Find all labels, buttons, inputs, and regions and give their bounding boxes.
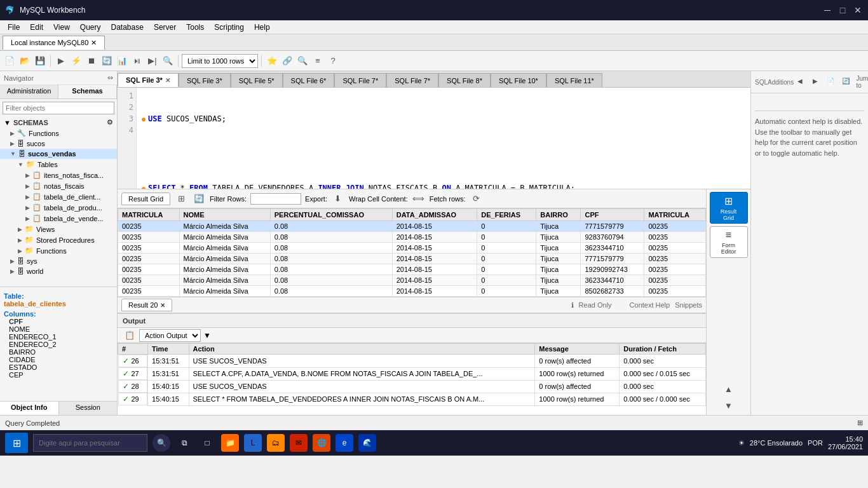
table-row[interactable]: 00235Márcio Almeida Silva0.082014-08-150… [118,286,706,297]
sql-tab-5[interactable]: SQL File 7* [386,73,438,87]
fetch-btn[interactable]: ⟳ [470,192,484,206]
administration-tab[interactable]: Administration [0,85,58,98]
tree-item-sucos-vendas[interactable]: ▼ 🗄 sucos_vendas [0,149,117,159]
code-editor[interactable]: 1 2 3 4 ●USE SUCOS_VENDAS; ●SELECT * FRO… [118,88,750,189]
maximize-button[interactable]: □ [837,5,848,15]
list-item[interactable]: ✓ 2615:31:51USE SUCOS_VENDAS0 row(s) aff… [118,355,706,368]
connection-tab[interactable]: Local instance MySQL80 ✕ [3,36,105,50]
close-button[interactable]: ✕ [853,5,863,15]
menu-item-view[interactable]: View [48,22,75,33]
tree-item-stored-procs[interactable]: ▶ 📁 Stored Procedures [0,234,117,245]
menu-item-file[interactable]: File [3,22,25,33]
filter-input[interactable] [250,193,301,205]
sql-tab-1[interactable]: SQL File 3* [179,73,231,87]
tree-item-views[interactable]: ▶ 📁 Views [0,224,117,234]
tree-item-notas[interactable]: ▶ 📋 notas_fiscais [0,180,117,191]
menu-item-database[interactable]: Database [106,22,149,33]
list-item[interactable]: ✓ 2915:40:15SELECT * FROM TABELA_DE_VEND… [118,393,706,405]
sql-tab-8[interactable]: SQL File 11* [546,73,602,87]
menu-item-query[interactable]: Query [75,22,106,33]
list-item[interactable]: ✓ 2815:40:15USE SUCOS_VENDAS0 row(s) aff… [118,380,706,393]
tree-item-sys[interactable]: ▶ 🗄 sys [0,256,117,266]
execute-all-button[interactable]: ⚡ [69,54,83,68]
result-grid-side-btn[interactable]: ⊞ ResultGrid [710,192,748,224]
minimize-button[interactable]: ─ [822,5,832,15]
refresh-button[interactable]: 🔄 [100,54,114,68]
context-btn[interactable]: 📄 [824,74,837,88]
taskbar-search[interactable] [33,434,147,452]
table-row[interactable]: 00235Márcio Almeida Silva0.082014-08-150… [118,275,706,286]
export-btn[interactable]: ⬇ [331,192,345,206]
output-icon-btn[interactable]: 📋 [123,329,137,342]
menu-item-server[interactable]: Server [149,22,181,33]
tree-item-vendedores[interactable]: ▶ 📋 tabela_de_vende... [0,213,117,224]
cursor-execute-button[interactable]: ⏯ [130,54,144,68]
menu-item-tools[interactable]: Tools [181,22,209,33]
find-button[interactable]: 🔍 [161,54,175,68]
search-input[interactable] [3,102,114,114]
sql-tab-4[interactable]: SQL File 7* [334,73,386,87]
bookmark-button[interactable]: ⭐ [265,54,279,68]
sql-tab-2[interactable]: SQL File 5* [231,73,283,87]
explain-button[interactable]: 📊 [115,54,129,68]
connection-tab-close[interactable]: ✕ [91,39,97,47]
schemas-icon[interactable]: ⚙ [107,118,113,126]
sql-tab-6[interactable]: SQL File 8* [438,73,491,87]
tree-item-produtos[interactable]: ▶ 📋 tabela_de_produ... [0,202,117,213]
app-icon-1[interactable]: 📁 [221,434,239,452]
result-20-tab[interactable]: Result 20 ✕ [121,299,172,311]
app-icon-5[interactable]: 🌐 [313,434,330,452]
nav-back-btn[interactable]: ◀ [794,74,806,88]
context-help-link[interactable]: Context Help [630,301,670,309]
nav-forward-btn[interactable]: ▶ [809,74,822,88]
start-button[interactable]: ⊞ [5,433,28,453]
table-row[interactable]: 00235Márcio Almeida Silva0.082014-08-150… [118,221,706,232]
execute-button[interactable]: ▶ [54,54,68,68]
limit-select[interactable]: Limit to 1000 rows [182,54,258,68]
format-button[interactable]: ≡ [311,54,325,68]
refresh-grid-btn[interactable]: 🔄 [192,192,206,206]
app-icon-6[interactable]: e [336,434,353,452]
execute-sel-button[interactable]: ▶| [146,54,159,68]
object-info-tab[interactable]: Object Info [0,402,59,415]
code-content[interactable]: ●USE SUCOS_VENDAS; ●SELECT * FROM TABELA… [137,88,750,189]
stop-button[interactable]: ⏹ [85,54,98,68]
tree-item-itens[interactable]: ▶ 📋 itens_notas_fisca... [0,170,117,180]
wrap-btn[interactable]: ⟺ [412,192,426,206]
taskview-btn[interactable]: ⧉ [175,434,193,452]
list-item[interactable]: ✓ 2715:31:51SELECT A.CPF, A.DATA_VENDA, … [118,367,706,380]
table-row[interactable]: 00235Márcio Almeida Silva0.082014-08-150… [118,254,706,264]
tree-item-tables[interactable]: ▼ 📁 Tables [0,159,117,170]
data-grid[interactable]: MATRICULA NOME PERCENTUAL_COMISSAO DATA_… [118,208,706,297]
schemas-tab[interactable]: Schemas [58,85,117,98]
app-icon-4[interactable]: ✉ [290,434,308,452]
new-file-button[interactable]: 📄 [3,54,17,68]
app-icon-3[interactable]: 🗂 [267,434,285,452]
sql-tab-close[interactable]: ✕ [165,77,170,84]
menu-item-edit[interactable]: Edit [25,22,48,33]
table-row[interactable]: 00235Márcio Almeida Silva0.082014-08-150… [118,264,706,275]
save-button[interactable]: 💾 [33,54,47,68]
search2-button[interactable]: 🔍 [295,54,309,68]
help-button[interactable]: ? [326,54,340,68]
result-grid-tab[interactable]: Result Grid [121,193,170,205]
tree-item-functions[interactable]: ▶ 📁 Functions [0,245,117,256]
tree-item-world[interactable]: ▶ 🗄 world [0,266,117,276]
auto-context-btn[interactable]: 🔄 [839,74,852,88]
navigator-expand-icon[interactable]: ⇔ [107,74,113,82]
sql-tab-0[interactable]: SQL File 3* ✕ [118,73,179,87]
sql-tab-7[interactable]: SQL File 10* [491,73,546,87]
menu-item-help[interactable]: Help [249,22,275,33]
scroll-up-btn[interactable]: ▲ [722,382,736,396]
sql-tab-3[interactable]: SQL File 6* [283,73,335,87]
schema-button[interactable]: 🔗 [280,54,294,68]
taskbar-apps[interactable]: □ [198,434,216,452]
snippets-link[interactable]: Snippets [675,301,702,309]
table-row[interactable]: 00235Márcio Almeida Silva0.082014-08-150… [118,243,706,254]
search-taskbar-btn[interactable]: 🔍 [153,434,170,452]
open-file-button[interactable]: 📂 [18,54,32,68]
menu-item-scripting[interactable]: Scripting [209,22,249,33]
output-dropdown-arrow[interactable]: ▼ [203,331,211,340]
tree-item-sucos[interactable]: ▶ 🗄 sucos [0,139,117,149]
app-icon-7[interactable]: 🌊 [358,434,376,452]
